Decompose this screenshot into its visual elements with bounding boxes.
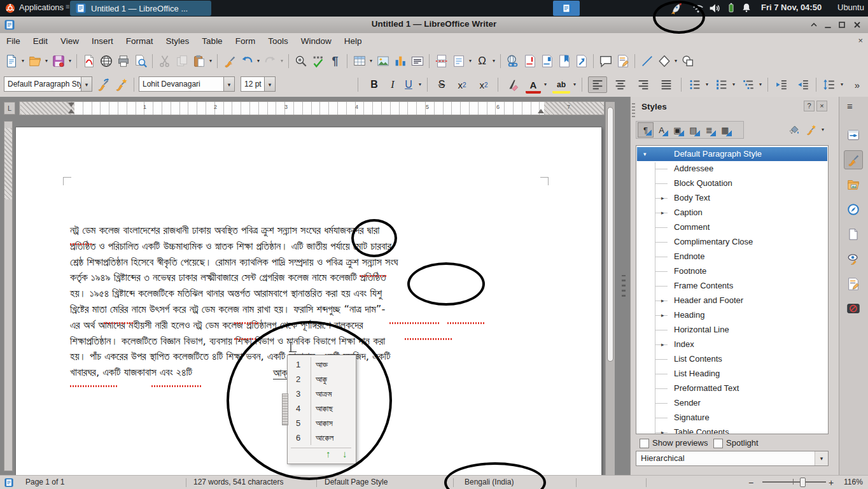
copy-button[interactable] — [173, 53, 190, 69]
left-indent-marker[interactable] — [68, 109, 74, 113]
save-button[interactable] — [50, 53, 67, 69]
style-item[interactable]: List Contents — [637, 352, 827, 366]
maximize-button[interactable] — [836, 19, 848, 31]
font-name-dropdown-icon[interactable]: ▾ — [224, 76, 235, 92]
style-item[interactable]: Preformatted Text — [637, 381, 827, 395]
spellcheck-button[interactable] — [309, 53, 326, 69]
insert-field-button[interactable] — [450, 53, 467, 69]
underline-button[interactable]: U — [402, 76, 416, 93]
redo-dropdown-icon[interactable]: ▾ — [279, 53, 285, 69]
fill-format-mode-button[interactable] — [785, 122, 802, 138]
insert-textbox-button[interactable] — [409, 53, 426, 69]
show-previews-checkbox[interactable] — [640, 439, 649, 448]
new-document-button[interactable] — [3, 53, 20, 69]
tab-styles[interactable] — [844, 150, 863, 169]
ime-candidate-row[interactable]: 5আক্কাস — [288, 416, 354, 430]
find-replace-button[interactable] — [292, 53, 309, 69]
close-window-button[interactable] — [851, 19, 863, 31]
field-dropdown-icon[interactable]: ▾ — [467, 53, 473, 69]
menu-window[interactable]: Window — [295, 33, 338, 50]
styles-list[interactable]: ▾Default Paragraph Style Addressee Block… — [636, 145, 829, 434]
ime-candidate-row[interactable]: 3আক্রম — [288, 386, 354, 401]
style-item[interactable]: ▸Caption — [637, 206, 827, 220]
style-item[interactable]: Frame Contents — [637, 279, 827, 293]
style-item[interactable]: ▸Body Text — [637, 191, 827, 205]
align-center-button[interactable] — [611, 76, 630, 93]
volume-icon[interactable] — [708, 1, 722, 15]
update-style-button[interactable] — [95, 76, 112, 93]
show-draw-functions-button[interactable] — [679, 53, 696, 69]
strikethrough-button[interactable]: S — [434, 76, 449, 93]
style-item[interactable]: ▸Header and Footer — [637, 294, 827, 308]
export-pdf-button[interactable] — [80, 53, 97, 69]
frame-styles-tab[interactable]: ▣ — [669, 122, 685, 138]
horizontal-ruler[interactable]: 1 2 3 4 5 6 7 — [19, 101, 605, 115]
style-item[interactable]: Sender — [637, 396, 827, 410]
basic-shapes-button[interactable] — [655, 53, 673, 69]
bullet-list-button[interactable] — [686, 76, 704, 93]
print-preview-button[interactable] — [132, 53, 149, 69]
page-styles-tab[interactable]: ▤ — [685, 122, 701, 138]
new-style-from-selection-button[interactable] — [802, 122, 820, 138]
menu-format[interactable]: Format — [120, 33, 160, 50]
panel-close-button[interactable]: × — [816, 101, 827, 111]
toolbar-overflow-button[interactable]: » — [850, 76, 864, 93]
tab-page[interactable] — [844, 225, 863, 244]
tab-manage-changes[interactable] — [844, 274, 863, 294]
style-item[interactable]: Footnote — [637, 264, 827, 278]
paragraph-style-dropdown-icon[interactable]: ▾ — [81, 76, 92, 92]
track-changes-button[interactable] — [614, 53, 631, 69]
insert-comment-button[interactable] — [597, 53, 614, 69]
tab-gallery[interactable] — [844, 175, 863, 194]
page-style[interactable]: Default Page Style — [325, 478, 388, 486]
zoom-slider-handle[interactable] — [800, 478, 806, 487]
ime-candidate-row[interactable]: 2আক্কু — [288, 372, 354, 386]
menu-styles[interactable]: Styles — [160, 33, 196, 50]
paragraph-style-combobox[interactable]: Default Paragraph Style — [4, 76, 81, 92]
style-item[interactable]: Signature — [637, 411, 827, 425]
numbered-list-button[interactable] — [713, 76, 731, 93]
insert-endnote-button[interactable] — [538, 53, 556, 69]
line-spacing-dropdown-icon[interactable]: ▾ — [839, 76, 845, 93]
collapse-titlebar-button[interactable] — [808, 19, 820, 31]
zoom-out-button[interactable]: − — [748, 478, 753, 488]
window-list-button[interactable]: Untitled 1 — LibreOffice ... — [70, 1, 211, 16]
ubuntu-logo-icon[interactable] — [4, 3, 16, 14]
special-character-button[interactable]: Ω — [473, 53, 491, 69]
edit-mode-globe-button[interactable] — [97, 53, 115, 69]
rocket-tray-icon[interactable] — [669, 1, 683, 15]
style-item[interactable]: ▸Index — [637, 337, 827, 351]
expander-icon[interactable]: ▾ — [643, 147, 647, 161]
ime-candidate-row[interactable]: 1আক্ত — [288, 357, 354, 372]
expander-icon[interactable]: ▸ — [661, 294, 664, 308]
expander-icon[interactable]: ▸ — [661, 191, 664, 205]
save-dropdown-icon[interactable]: ▾ — [67, 53, 73, 69]
clear-formatting-button[interactable] — [504, 76, 521, 93]
clone-formatting-button[interactable] — [221, 53, 238, 69]
justify-button[interactable] — [657, 76, 676, 93]
cut-button[interactable] — [156, 53, 173, 69]
bullet-dropdown-icon[interactable]: ▾ — [704, 76, 710, 93]
first-line-indent-marker[interactable] — [68, 103, 74, 107]
insert-image-button[interactable] — [374, 53, 391, 69]
menu-edit[interactable]: Edit — [27, 33, 54, 50]
insert-bookmark-button[interactable] — [556, 53, 573, 69]
vertical-scrollbar[interactable] — [605, 102, 615, 475]
align-left-button[interactable] — [588, 76, 607, 93]
highlight-dropdown-icon[interactable]: ▾ — [571, 76, 578, 93]
increase-indent-button[interactable] — [773, 76, 790, 93]
menu-tools[interactable]: Tools — [262, 33, 295, 50]
clock[interactable]: Fri 7 Nov, 04:50 — [761, 3, 822, 12]
notification-bell-icon[interactable] — [741, 2, 752, 13]
minimize-button[interactable] — [822, 19, 834, 31]
font-color-dropdown-icon[interactable]: ▾ — [542, 76, 549, 93]
text-language[interactable]: Bengali (India) — [465, 478, 514, 486]
insert-footnote-button[interactable] — [521, 53, 538, 69]
taskbar-document-icon[interactable] — [553, 1, 580, 16]
shapes-dropdown-icon[interactable]: ▾ — [673, 53, 679, 69]
font-name-combobox[interactable]: Lohit Devanagari — [139, 76, 224, 92]
applications-menu[interactable]: Applications — [19, 3, 64, 12]
print-button[interactable] — [115, 53, 132, 69]
style-item[interactable]: Comment — [637, 220, 827, 234]
table-dropdown-icon[interactable]: ▾ — [368, 53, 374, 69]
